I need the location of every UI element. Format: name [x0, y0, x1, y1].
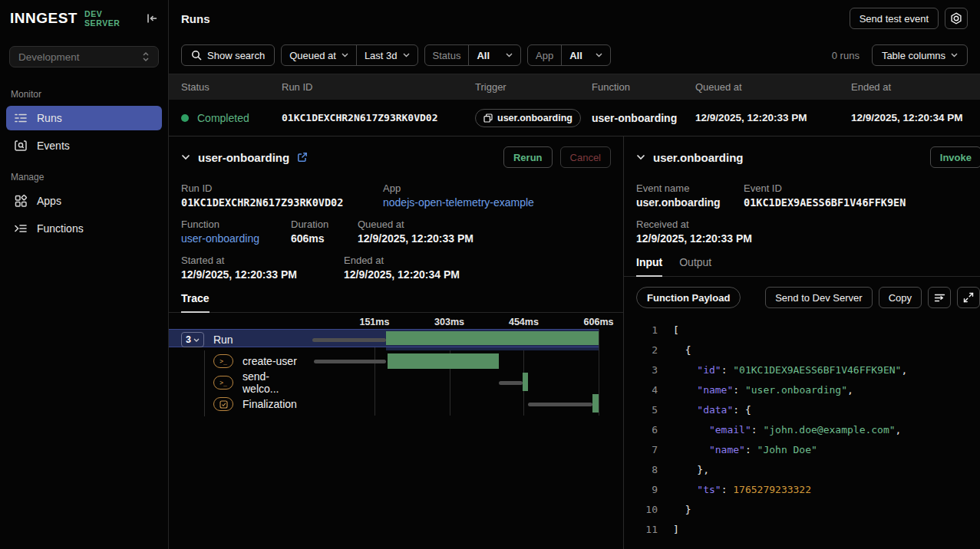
ended-at-cell: 12/9/2025, 12:20:34 PM	[851, 112, 980, 123]
axis-tick-label: 151ms	[359, 317, 389, 327]
word-wrap-button[interactable]	[928, 287, 951, 308]
step-terminal-icon: >_	[213, 376, 233, 390]
trace-row-label: Run	[213, 334, 233, 346]
duration-bar	[592, 394, 599, 413]
wait-segment	[312, 338, 386, 342]
trace-row-create-user[interactable]: >_create-user	[169, 350, 623, 372]
send-test-event-button[interactable]: Send test event	[850, 8, 939, 29]
line-number: 5	[624, 400, 658, 420]
wait-segment	[314, 360, 386, 363]
tab-input[interactable]: Input	[636, 256, 662, 277]
environment-select[interactable]: Development	[9, 46, 159, 67]
tab-trace[interactable]: Trace	[181, 292, 210, 313]
axis-tick-label: 606ms	[584, 317, 614, 327]
time-range-filter[interactable]: Last 3d	[357, 45, 417, 65]
send-to-dev-server-button[interactable]: Send to Dev Server	[765, 287, 872, 308]
line-number: 10	[624, 500, 658, 520]
step-terminal-icon: >_	[213, 354, 233, 368]
sidebar-item-apps[interactable]: Apps	[6, 189, 162, 213]
line-number: 6	[624, 420, 658, 440]
column-header: Ended at	[851, 81, 980, 93]
runs-count: 0 runs	[832, 50, 860, 61]
event-trigger-icon	[483, 113, 493, 123]
cancel-button[interactable]: Cancel	[560, 146, 611, 168]
queued-at-cell: 12/9/2025, 12:20:33 PM	[695, 112, 851, 123]
copy-button[interactable]: Copy	[879, 287, 922, 308]
rerun-button[interactable]: Rerun	[503, 146, 553, 168]
chevron-down-icon	[951, 53, 958, 58]
table-row[interactable]: Completed 01KC1DEXCHR2N617Z93RK0VD02 use…	[169, 100, 980, 136]
app-link[interactable]: nodejs-open-telemetry-example	[383, 196, 534, 209]
page-title: Runs	[181, 12, 210, 25]
invoke-button[interactable]: Invoke	[930, 146, 980, 168]
time-filter-group: Queued at Last 3d	[281, 44, 417, 66]
trace-row-run[interactable]: 3 Run	[169, 329, 623, 350]
expand-count-badge[interactable]: 3	[181, 332, 204, 347]
code-line: 6 "email": "john.doe@example.com",	[624, 420, 980, 440]
duration-bar	[386, 331, 599, 345]
sidebar-item-label: Runs	[37, 112, 62, 124]
chevron-down-icon	[403, 53, 410, 58]
run-title: user-onboarding	[198, 151, 289, 164]
search-icon	[191, 50, 202, 61]
external-link-icon[interactable]	[297, 152, 308, 163]
expand-button[interactable]	[957, 287, 980, 308]
queued-at-filter[interactable]: Queued at	[282, 45, 356, 65]
trace-row-label: send-welco...	[243, 370, 300, 395]
trace-waterfall: 151ms303ms454ms606ms3 Run>_create-user>_…	[169, 313, 623, 422]
run-id-field: Run ID 01KC1DEXCHR2N617Z93RK0VD02	[181, 182, 383, 209]
line-number: 7	[624, 440, 658, 460]
main-content: Runs Send test event Show search Queued …	[169, 0, 980, 549]
line-number: 4	[624, 380, 658, 400]
sidebar-item-events[interactable]: Events	[6, 133, 162, 158]
show-search-button[interactable]: Show search	[181, 44, 275, 66]
tab-output[interactable]: Output	[679, 256, 711, 276]
trace-row-label: create-user	[243, 355, 297, 367]
status-dot	[181, 114, 189, 122]
sidebar-item-runs[interactable]: Runs	[6, 106, 162, 130]
column-header: Trigger	[475, 81, 592, 93]
line-number: 11	[624, 520, 658, 540]
function-payload-badge: Function Payload	[636, 287, 741, 308]
nav-section-monitor: Monitor	[11, 89, 157, 100]
payload-code-editor[interactable]: 1[2 {3 "id": "01KC1DEX9AESS6BF1V46FFK9EN…	[624, 315, 980, 549]
events-icon	[14, 140, 28, 152]
trigger-badge[interactable]: user.onboarding	[475, 109, 581, 127]
runs-table-header: Status Run ID Trigger Function Queued at…	[169, 74, 980, 100]
app-filter-label: App	[528, 45, 561, 65]
column-header: Queued at	[695, 81, 851, 93]
axis-tick-label: 454ms	[509, 317, 539, 327]
column-header: Run ID	[282, 81, 475, 93]
table-columns-button[interactable]: Table columns	[872, 44, 968, 66]
event-name-field: Event name user.onboarding	[636, 182, 744, 209]
settings-button[interactable]	[945, 8, 968, 29]
chevron-down-icon	[506, 53, 513, 58]
column-header: Status	[181, 81, 282, 93]
chevron-down-icon[interactable]	[181, 154, 190, 160]
detail-area: user-onboarding Rerun Cancel Run ID 01KC…	[169, 136, 980, 549]
step-check-icon	[213, 397, 233, 411]
status-filter-select[interactable]: All	[469, 45, 520, 65]
line-number: 8	[624, 460, 658, 480]
dev-server-badge: DEV SERVER	[84, 9, 139, 28]
function-link[interactable]: user-onboarding	[181, 232, 259, 245]
sidebar-item-functions[interactable]: Functions	[6, 216, 162, 241]
duration-bar	[523, 373, 527, 391]
sidebar-item-label: Functions	[37, 222, 84, 235]
queued-at-field: Queued at 12/9/2025, 12:20:33 PM	[358, 219, 474, 245]
trace-row-finalization[interactable]: Finalization	[169, 393, 623, 415]
status-filter-label: Status	[425, 45, 469, 65]
runs-icon	[14, 113, 28, 123]
chevron-down-icon[interactable]	[636, 154, 645, 160]
updown-chevron-icon	[142, 51, 150, 62]
nav-section-manage: Manage	[11, 172, 157, 182]
duration-bar	[388, 353, 499, 369]
sidebar-collapse-icon[interactable]	[146, 12, 158, 25]
wait-segment	[499, 381, 523, 385]
code-line: 3 "id": "01KC1DEX9AESS6BF1V46FFK9EN",	[624, 360, 980, 380]
code-line: 10 }	[624, 500, 980, 520]
app-filter-select[interactable]: All	[562, 45, 610, 65]
trace-row-send-welco-[interactable]: >_send-welco...	[169, 372, 623, 393]
function-cell: user-onboarding	[592, 112, 695, 124]
line-number: 2	[624, 340, 658, 360]
